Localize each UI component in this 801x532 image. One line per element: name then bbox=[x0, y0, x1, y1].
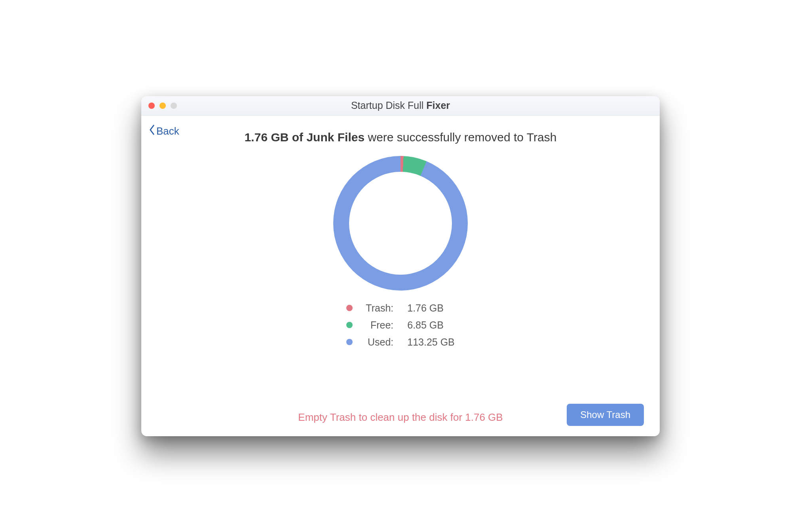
window-title-prefix: Startup Disk Full bbox=[351, 100, 426, 111]
dot-icon bbox=[346, 322, 353, 328]
result-headline-bold: 1.76 GB of Junk Files bbox=[245, 131, 364, 144]
dot-icon bbox=[346, 305, 353, 311]
app-window: Startup Disk Full Fixer Back 1.76 GB of … bbox=[141, 96, 660, 436]
window-minimize-button[interactable] bbox=[159, 103, 166, 109]
legend-row-free: Free: 6.85 GB bbox=[346, 319, 455, 331]
legend-label: Trash: bbox=[360, 302, 393, 314]
donut-hole bbox=[349, 172, 452, 275]
back-label: Back bbox=[156, 125, 179, 137]
content-area: Back 1.76 GB of Junk Files were successf… bbox=[141, 116, 660, 436]
legend-value: 113.25 GB bbox=[407, 336, 455, 348]
footer: Empty Trash to clean up the disk for 1.7… bbox=[141, 411, 660, 424]
chevron-left-icon bbox=[149, 125, 155, 138]
result-headline: 1.76 GB of Junk Files were successfully … bbox=[157, 131, 644, 144]
dot-icon bbox=[346, 339, 353, 345]
show-trash-button[interactable]: Show Trash bbox=[567, 404, 644, 426]
legend-value: 1.76 GB bbox=[407, 302, 444, 314]
legend-row-trash: Trash: 1.76 GB bbox=[346, 302, 455, 314]
disk-usage-donut-chart bbox=[333, 156, 468, 291]
back-button[interactable]: Back bbox=[149, 125, 179, 138]
traffic-lights bbox=[148, 103, 177, 109]
window-title-bold: Fixer bbox=[426, 100, 450, 111]
window-title: Startup Disk Full Fixer bbox=[141, 100, 660, 111]
result-headline-rest: were successfully removed to Trash bbox=[364, 131, 556, 144]
legend-label: Used: bbox=[360, 336, 393, 348]
titlebar: Startup Disk Full Fixer bbox=[141, 96, 660, 116]
legend-row-used: Used: 113.25 GB bbox=[346, 336, 455, 348]
legend-value: 6.85 GB bbox=[407, 319, 444, 331]
legend: Trash: 1.76 GB Free: 6.85 GB Used: 113.2… bbox=[346, 302, 455, 348]
empty-trash-hint: Empty Trash to clean up the disk for 1.7… bbox=[298, 411, 503, 424]
window-zoom-button[interactable] bbox=[171, 103, 177, 109]
legend-label: Free: bbox=[360, 319, 393, 331]
window-close-button[interactable] bbox=[148, 103, 155, 109]
